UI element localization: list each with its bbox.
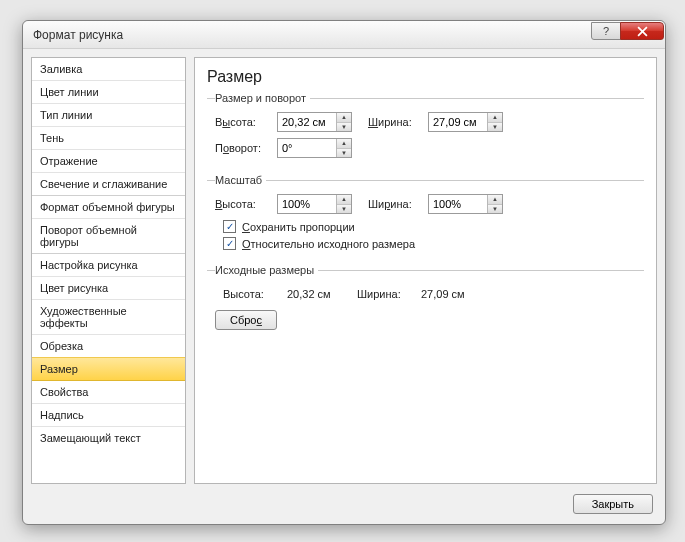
rotation-spinner: ▲▼ [277,138,352,158]
titlebar[interactable]: Формат рисунка ? [23,21,665,49]
lock-aspect-label: Сохранить пропорции [242,221,355,233]
sidebar-item-3d-format[interactable]: Формат объемной фигуры [32,196,185,219]
scale-height-spinner: ▲▼ [277,194,352,214]
height-input[interactable] [278,113,336,131]
sidebar-item-fill[interactable]: Заливка [32,58,185,81]
width-down[interactable]: ▼ [488,123,502,132]
orig-height-value: 20,32 см [287,288,349,300]
scale-width-label: Ширина: [368,198,422,210]
scale-height-up[interactable]: ▲ [337,195,351,205]
group-size-rotation: Размер и поворот Высота: ▲▼ Ширина: ▲▼ П… [207,92,644,164]
sidebar-item-line-color[interactable]: Цвет линии [32,81,185,104]
sidebar-item-picture-corrections[interactable]: Настройка рисунка [32,254,185,277]
scale-height-label: Высота: [215,198,271,210]
rotation-up[interactable]: ▲ [337,139,351,149]
orig-width-label: Ширина: [357,288,413,300]
sidebar-item-line-style[interactable]: Тип линии [32,104,185,127]
width-label: Ширина: [368,116,422,128]
close-icon [637,26,648,37]
lock-aspect-checkbox[interactable]: ✓ [223,220,236,233]
scale-width-spinner: ▲▼ [428,194,503,214]
height-down[interactable]: ▼ [337,123,351,132]
sidebar-item-crop[interactable]: Обрезка [32,335,185,358]
dialog-body: Заливка Цвет линии Тип линии Тень Отраже… [31,57,657,484]
sidebar-item-artistic-effects[interactable]: Художественные эффекты [32,300,185,335]
dialog-footer: Закрыть [573,494,653,514]
group-scale: Масштаб Высота: ▲▼ Ширина: ▲▼ ✓ Сохрани [207,174,644,254]
width-input[interactable] [429,113,487,131]
rotation-down[interactable]: ▼ [337,149,351,158]
page-heading: Размер [207,68,644,86]
orig-height-label: Высота: [223,288,279,300]
sidebar-item-size[interactable]: Размер [32,357,185,381]
sidebar-item-shadow[interactable]: Тень [32,127,185,150]
scale-height-input[interactable] [278,195,336,213]
sidebar: Заливка Цвет линии Тип линии Тень Отраже… [31,57,186,484]
scale-height-down[interactable]: ▼ [337,205,351,214]
close-button[interactable] [620,22,664,40]
group-original-size: Исходные размеры Высота: 20,32 см Ширина… [207,264,644,330]
help-button[interactable]: ? [591,22,621,40]
close-dialog-button[interactable]: Закрыть [573,494,653,514]
reset-button[interactable]: Сброс [215,310,277,330]
scale-width-input[interactable] [429,195,487,213]
group-size-rotation-legend: Размер и поворот [215,92,310,104]
sidebar-item-glow[interactable]: Свечение и сглаживание [32,173,185,196]
sidebar-item-properties[interactable]: Свойства [32,381,185,404]
height-up[interactable]: ▲ [337,113,351,123]
sidebar-item-textbox[interactable]: Надпись [32,404,185,427]
group-original-legend: Исходные размеры [215,264,318,276]
titlebar-buttons: ? [592,21,665,48]
window-title: Формат рисунка [33,28,592,42]
scale-width-down[interactable]: ▼ [488,205,502,214]
width-up[interactable]: ▲ [488,113,502,123]
help-icon: ? [603,25,609,37]
relative-original-checkbox[interactable]: ✓ [223,237,236,250]
sidebar-item-picture-color[interactable]: Цвет рисунка [32,277,185,300]
height-spinner: ▲▼ [277,112,352,132]
height-label: Высота: [215,116,271,128]
width-spinner: ▲▼ [428,112,503,132]
orig-width-value: 27,09 см [421,288,483,300]
sidebar-item-reflection[interactable]: Отражение [32,150,185,173]
content-pane: Размер Размер и поворот Высота: ▲▼ Ширин… [194,57,657,484]
sidebar-item-3d-rotation[interactable]: Поворот объемной фигуры [32,219,185,254]
scale-width-up[interactable]: ▲ [488,195,502,205]
relative-original-label: Относительно исходного размера [242,238,415,250]
format-picture-dialog: Формат рисунка ? Заливка Цвет линии Тип … [22,20,666,525]
sidebar-item-alt-text[interactable]: Замещающий текст [32,427,185,449]
rotation-label: Поворот: [215,142,271,154]
rotation-input[interactable] [278,139,336,157]
group-scale-legend: Масштаб [215,174,266,186]
